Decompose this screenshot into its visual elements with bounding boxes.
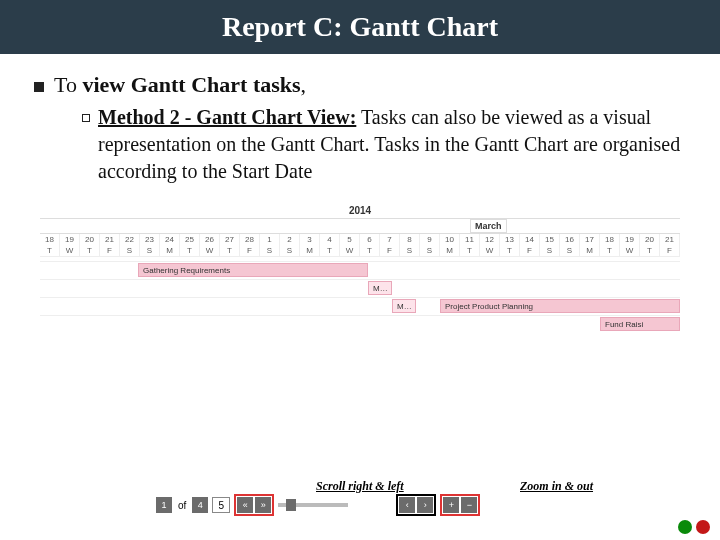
gantt-day-row: 1819202122232425262728123456789101112131… bbox=[40, 234, 680, 245]
sub-bullet-row: Method 2 - Gantt Chart View: Tasks can a… bbox=[82, 104, 686, 185]
nav-next-button[interactable]: › bbox=[417, 497, 433, 513]
gantt-bar-planning: Project Product Planning bbox=[440, 299, 680, 313]
nav-button-group: ‹ › bbox=[396, 494, 436, 516]
zoom-in-button[interactable]: + bbox=[443, 497, 459, 513]
bullet-prefix: To bbox=[54, 72, 82, 97]
scroll-right-button[interactable]: » bbox=[255, 497, 271, 513]
nav-forward-icon[interactable] bbox=[678, 520, 692, 534]
slide-title: Report C: Gantt Chart bbox=[222, 11, 498, 43]
title-band: Report C: Gantt Chart bbox=[0, 0, 720, 54]
nav-prev-button[interactable]: ‹ bbox=[399, 497, 415, 513]
zoom-button-group: + − bbox=[440, 494, 480, 516]
gantt-month-label: March bbox=[470, 219, 507, 233]
hollow-square-bullet-icon bbox=[82, 114, 90, 122]
gantt-bar-fundraise: Fund Raisi bbox=[600, 317, 680, 331]
gantt-bar-gathering: Gathering Requirements bbox=[138, 263, 368, 277]
gantt-pager: 1 of 4 « » ‹ › + − bbox=[156, 494, 480, 516]
gantt-bar-m2: M… bbox=[392, 299, 416, 313]
slide-nav-dots bbox=[678, 520, 710, 534]
main-bullet-text: To view Gantt Chart tasks, bbox=[54, 72, 306, 98]
nav-back-icon[interactable] bbox=[696, 520, 710, 534]
annotation-scroll: Scroll right & left bbox=[316, 479, 404, 494]
slide-body: To view Gantt Chart tasks, Method 2 - Ga… bbox=[0, 54, 720, 331]
gantt-bars-area: Gathering Requirements M… Project Produc… bbox=[40, 261, 680, 331]
gantt-year: 2014 bbox=[40, 203, 680, 219]
scroll-left-button[interactable]: « bbox=[237, 497, 253, 513]
sub-heading: Method 2 - Gantt Chart View: bbox=[98, 106, 356, 128]
zoom-out-button[interactable]: − bbox=[461, 497, 477, 513]
gantt-bar-m1: M… bbox=[368, 281, 392, 295]
gantt-chart: 2014 March 18192021222324252627281234567… bbox=[34, 203, 686, 331]
scroll-button-group: « » bbox=[234, 494, 274, 516]
main-bullet: To view Gantt Chart tasks, bbox=[34, 72, 686, 98]
gantt-month-row: March bbox=[40, 219, 680, 234]
slide: Report C: Gantt Chart To view Gantt Char… bbox=[0, 0, 720, 540]
page-current-button[interactable]: 1 bbox=[156, 497, 172, 513]
page-total-button: 4 bbox=[192, 497, 208, 513]
slider-knob-icon[interactable] bbox=[286, 499, 296, 511]
gantt-dow-row: TWTFSSMTWTFSSMTWTFSSMTWTFSSMTWTF bbox=[40, 245, 680, 257]
bullet-emph: view Gantt Chart tasks bbox=[82, 72, 300, 97]
scroll-slider[interactable] bbox=[278, 503, 348, 507]
bullet-suffix: , bbox=[301, 72, 307, 97]
sub-bullet-text: Method 2 - Gantt Chart View: Tasks can a… bbox=[98, 104, 686, 185]
square-bullet-icon bbox=[34, 82, 44, 92]
rows-per-page-input[interactable] bbox=[212, 497, 230, 513]
annotation-zoom: Zoom in & out bbox=[520, 479, 593, 494]
page-of-label: of bbox=[176, 500, 188, 511]
